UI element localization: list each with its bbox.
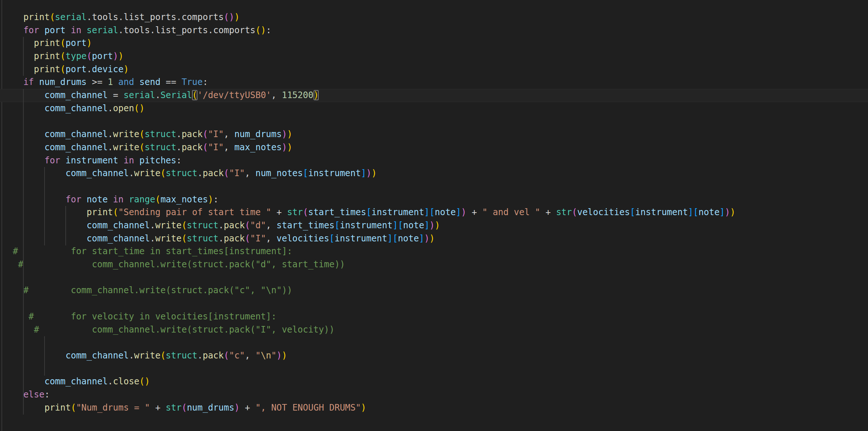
code-line[interactable]: [0, 180, 868, 193]
token: [: [693, 207, 698, 217]
code-line[interactable]: comm_channel.write(struct.pack("d", star…: [0, 219, 868, 232]
token: "d": [250, 220, 266, 230]
token: write: [113, 142, 139, 152]
token: ): [730, 207, 735, 217]
code-editor[interactable]: print(serial.tools.list_ports.comports()…: [0, 0, 868, 431]
token: :: [45, 389, 50, 400]
token: close: [113, 376, 139, 387]
code-line[interactable]: comm_channel.write(struct.pack("I", num_…: [0, 167, 868, 180]
token: comm_channel: [45, 103, 108, 113]
token: ): [372, 168, 377, 178]
token: (: [155, 194, 160, 205]
token: (): [134, 103, 145, 113]
code-line[interactable]: for port in serial.tools.list_ports.comp…: [0, 24, 868, 37]
token: " and vel ": [482, 207, 540, 217]
code-line[interactable]: print(port.device): [0, 63, 868, 76]
code-line[interactable]: comm_channel.write(struct.pack("I", max_…: [0, 141, 868, 154]
code-line[interactable]: # for velocity in velocities[instrument]…: [0, 310, 868, 323]
code-line[interactable]: comm_channel.write(struct.pack("I", num_…: [0, 128, 868, 141]
token: str: [287, 207, 303, 217]
token: .: [129, 168, 134, 178]
token: .: [197, 350, 203, 361]
code-line[interactable]: [0, 362, 868, 376]
token: [13, 350, 66, 361]
code-line[interactable]: for instrument in pitches:: [0, 154, 868, 167]
token: serial: [123, 90, 155, 100]
code-line[interactable]: [0, 297, 868, 310]
token: print: [87, 207, 113, 217]
token: print: [23, 12, 50, 22]
token: ): [282, 142, 287, 152]
code-line[interactable]: comm_channel.write(struct.pack("c", "\n"…: [0, 349, 868, 362]
code-line[interactable]: print("Sending pair of start time " + st…: [0, 206, 868, 219]
code-line[interactable]: comm_channel.open(): [0, 102, 868, 115]
token: ]: [719, 207, 725, 217]
code-line[interactable]: print(serial.tools.list_ports.comports()…: [0, 11, 868, 24]
token: ): [430, 233, 435, 244]
token: 1: [108, 77, 113, 87]
code-line[interactable]: # comm_channel.write(struct.pack("I", ve…: [0, 323, 868, 337]
token: >=: [87, 77, 108, 87]
token: open: [113, 103, 134, 113]
token: velocities: [277, 233, 330, 244]
token: [113, 77, 118, 87]
token: (: [71, 403, 76, 413]
token: [13, 194, 66, 205]
token: (: [139, 129, 145, 139]
code-line[interactable]: # comm_channel.write(struct.pack("d", st…: [0, 258, 868, 271]
token: write: [134, 350, 160, 361]
code-line[interactable]: # comm_channel.write(struct.pack("c", "\…: [0, 284, 868, 297]
token: ): [430, 220, 435, 230]
token: (: [224, 350, 229, 361]
token: (): [139, 376, 150, 387]
token: ": [271, 350, 276, 361]
token: # for velocity in velocities[instrument]…: [13, 311, 276, 322]
code-line[interactable]: [0, 336, 868, 349]
token: (): [224, 12, 234, 22]
token: +: [466, 207, 482, 217]
current-line[interactable]: comm_channel = serial.Serial('/dev/ttyUS…: [0, 89, 868, 102]
token: port: [92, 51, 113, 61]
token: (: [181, 403, 187, 413]
token: "Sending pair of start time ": [118, 207, 271, 217]
token: serial: [55, 12, 87, 22]
token: ", NOT ENOUGH DRUMS": [256, 403, 361, 413]
code-line[interactable]: else:: [0, 388, 868, 401]
token: comm_channel: [66, 350, 129, 361]
token: [13, 155, 45, 166]
token: ]: [688, 207, 693, 217]
token: (: [50, 12, 55, 22]
token: start_times: [277, 220, 335, 230]
code-line[interactable]: [0, 271, 868, 284]
token: print: [34, 64, 60, 74]
code-line[interactable]: print("Num_drums = " + str(num_drums) + …: [0, 401, 868, 415]
token: pack: [203, 350, 224, 361]
token: [13, 51, 34, 61]
token: # comm_channel.write(struct.pack("c", "\…: [13, 285, 292, 295]
token: (: [303, 207, 308, 217]
code-line[interactable]: print(type(port)): [0, 50, 868, 63]
token: print: [34, 38, 60, 48]
token: [134, 77, 139, 87]
code-line[interactable]: # for start_time in start_times[instrume…: [0, 245, 868, 258]
token: Serial: [161, 90, 192, 100]
token: for: [66, 194, 81, 205]
token: [108, 194, 113, 205]
code-line[interactable]: comm_channel.close(): [0, 375, 868, 388]
code-line[interactable]: if num_drums >= 1 and send == True:: [0, 76, 868, 89]
code-line[interactable]: comm_channel.write(struct.pack("I", velo…: [0, 232, 868, 245]
token: velocities: [577, 207, 630, 217]
token: ): [234, 12, 239, 22]
code-line[interactable]: [0, 115, 868, 128]
token: [39, 25, 44, 35]
token: [81, 194, 87, 205]
code-line[interactable]: print(port): [0, 37, 868, 50]
token: else: [23, 389, 45, 400]
code-line[interactable]: for note in range(max_notes):: [0, 193, 868, 206]
token: ): [277, 350, 282, 361]
token: # for start_time in start_times[instrume…: [13, 246, 292, 256]
token: instrument: [635, 207, 688, 217]
token: [: [366, 207, 371, 217]
token: note: [87, 194, 108, 205]
token: [123, 194, 128, 205]
